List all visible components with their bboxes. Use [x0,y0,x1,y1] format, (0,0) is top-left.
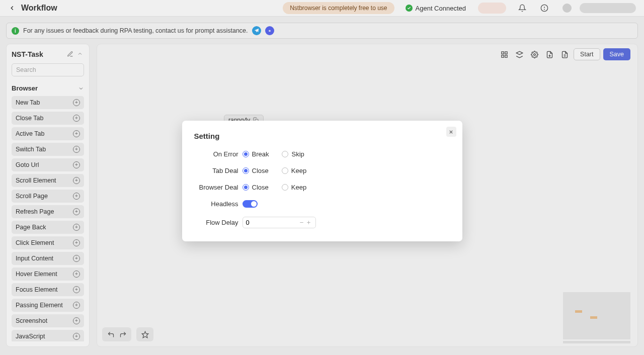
radio-label: Break [252,150,269,158]
browser-deal-radio-keep[interactable]: Keep [282,184,306,191]
tab-deal-radio-close[interactable]: Close [243,167,269,174]
close-icon[interactable] [446,127,456,137]
tab-deal-label: Tab Deal [194,167,243,174]
plus-icon[interactable] [305,219,312,226]
modal-title: Setting [194,132,450,140]
flow-delay-input[interactable] [246,219,298,226]
radio-icon [282,167,288,174]
radio-label: Keep [291,167,306,174]
flow-delay-stepper[interactable] [243,217,316,228]
browser-deal-radio-close[interactable]: Close [243,184,269,191]
radio-label: Close [252,184,269,191]
radio-icon [243,184,249,191]
settings-modal: Setting On Error BreakSkip Tab Deal Clos… [182,121,462,241]
radio-label: Skip [291,150,304,158]
tab-deal-radio-keep[interactable]: Keep [282,167,306,174]
headless-switch[interactable] [243,200,258,208]
on-error-radio-skip[interactable]: Skip [282,150,304,158]
radio-label: Keep [291,184,306,191]
browser-deal-label: Browser Deal [194,184,243,191]
radio-icon [282,184,288,191]
radio-icon [243,151,249,157]
minus-icon[interactable] [298,219,305,226]
modal-backdrop: Setting On Error BreakSkip Tab Deal Clos… [0,0,644,355]
flow-delay-label: Flow Delay [194,219,243,226]
radio-icon [282,151,288,157]
on-error-label: On Error [194,150,243,158]
radio-label: Close [252,167,269,174]
headless-label: Headless [194,200,243,208]
radio-icon [243,167,249,174]
on-error-radio-break[interactable]: Break [243,150,269,158]
